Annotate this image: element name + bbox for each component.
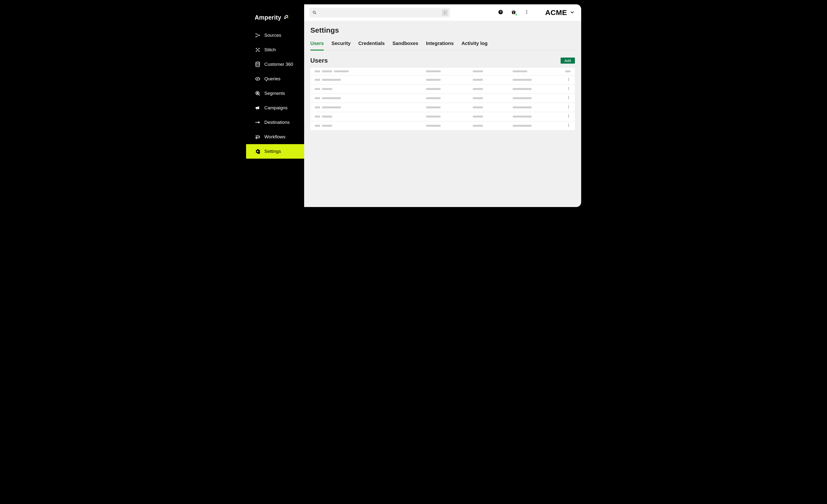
- row-menu-button[interactable]: [560, 114, 571, 119]
- table-cell: [426, 106, 470, 108]
- table-header-row: [310, 68, 575, 75]
- table-cell: [426, 116, 470, 117]
- table-cell: [513, 125, 557, 127]
- search-hotkey-badge: /: [442, 9, 448, 16]
- svg-point-31: [568, 98, 569, 99]
- chevron-down-icon: [570, 8, 575, 17]
- gear-icon: [255, 149, 260, 154]
- help-button[interactable]: [496, 8, 505, 17]
- svg-point-29: [568, 96, 569, 97]
- row-menu-button[interactable]: [560, 105, 571, 110]
- svg-point-28: [568, 89, 569, 90]
- sidebar-item-destinations[interactable]: Destinations: [246, 115, 304, 130]
- more-vertical-icon: [567, 96, 571, 101]
- table-cell: [473, 125, 510, 127]
- sidebar-item-label: Workflows: [264, 134, 286, 140]
- svg-point-16: [501, 13, 501, 13]
- tab-users[interactable]: Users: [310, 41, 324, 51]
- table-row[interactable]: [310, 112, 575, 121]
- table-cell: [513, 79, 557, 81]
- row-menu-button[interactable]: [560, 87, 571, 91]
- add-user-button[interactable]: Add: [561, 58, 575, 64]
- table-cell: [513, 116, 557, 117]
- table-cell: [426, 88, 470, 90]
- sidebar-item-customer360[interactable]: Customer 360: [246, 57, 304, 71]
- users-section-head: Users Add: [310, 57, 575, 64]
- table-cell: [513, 106, 557, 108]
- table-cell: [513, 88, 557, 90]
- whats-new-button[interactable]: [509, 8, 518, 17]
- megaphone-icon: [255, 105, 260, 111]
- sidebar-item-workflows[interactable]: Workflows: [246, 130, 304, 144]
- table-row[interactable]: [310, 94, 575, 103]
- sidebar: Amperity Sources Stitch: [246, 4, 304, 207]
- tab-credentials[interactable]: Credentials: [358, 41, 385, 51]
- sidebar-item-label: Campaigns: [264, 105, 288, 110]
- row-menu-button[interactable]: [560, 123, 571, 128]
- sidebar-item-campaigns[interactable]: Campaigns: [246, 101, 304, 115]
- brand-name: Amperity: [255, 14, 281, 21]
- svg-point-13: [258, 152, 259, 153]
- table-row[interactable]: [310, 85, 575, 94]
- row-menu-button[interactable]: [560, 78, 571, 82]
- table-cell: [315, 106, 424, 108]
- table-row[interactable]: [310, 103, 575, 112]
- table-row[interactable]: [310, 75, 575, 85]
- svg-point-38: [568, 124, 569, 124]
- svg-point-20: [526, 10, 527, 11]
- database-icon: [255, 61, 260, 67]
- svg-point-35: [568, 115, 569, 115]
- svg-point-2: [255, 36, 256, 37]
- tab-integrations[interactable]: Integrations: [426, 41, 454, 51]
- svg-point-15: [498, 10, 503, 14]
- svg-point-22: [526, 13, 527, 14]
- row-menu-button[interactable]: [560, 96, 571, 101]
- search-target-icon: [255, 91, 260, 96]
- sidebar-item-settings[interactable]: Settings: [246, 144, 304, 159]
- svg-point-39: [568, 125, 569, 125]
- svg-point-11: [255, 122, 256, 123]
- table-header-cell: [426, 70, 470, 72]
- svg-point-23: [568, 78, 569, 79]
- tab-security[interactable]: Security: [332, 41, 351, 51]
- table-cell: [426, 97, 470, 99]
- tab-sandboxes[interactable]: Sandboxes: [392, 41, 418, 51]
- workflow-icon: [255, 134, 260, 140]
- table-header-cell: [560, 70, 571, 72]
- svg-point-40: [568, 126, 569, 127]
- svg-point-21: [526, 12, 527, 12]
- table-row[interactable]: [310, 121, 575, 130]
- table-cell: [315, 88, 424, 90]
- search-icon: [312, 10, 317, 15]
- svg-point-1: [255, 33, 256, 34]
- sources-icon: [255, 33, 260, 38]
- svg-point-27: [568, 88, 569, 89]
- notification-dot: [515, 13, 518, 16]
- sidebar-item-sources[interactable]: Sources: [246, 28, 304, 43]
- table-cell: [473, 106, 510, 108]
- search-box[interactable]: /: [309, 8, 450, 17]
- sidebar-item-label: Stitch: [264, 47, 276, 52]
- sidebar-item-stitch[interactable]: Stitch: [246, 43, 304, 57]
- table-cell: [315, 79, 424, 81]
- table-cell: [426, 125, 470, 127]
- sidebar-item-queries[interactable]: Queries: [246, 71, 304, 86]
- sidebar-item-label: Destinations: [264, 120, 290, 125]
- table-cell: [315, 97, 424, 99]
- settings-tabs: Users Security Credentials Sandboxes Int…: [310, 41, 575, 51]
- search-input[interactable]: [319, 11, 440, 15]
- topbar-more-button[interactable]: [522, 8, 531, 17]
- sidebar-item-segments[interactable]: Segments: [246, 86, 304, 101]
- more-vertical-icon: [567, 78, 571, 82]
- tenant-switcher[interactable]: ACME: [545, 8, 575, 17]
- table-cell: [315, 116, 424, 117]
- more-vertical-icon: [524, 10, 529, 15]
- brand: Amperity: [246, 13, 304, 28]
- table-cell: [473, 88, 510, 90]
- more-vertical-icon: [567, 105, 571, 110]
- tab-activity-log[interactable]: Activity log: [461, 41, 488, 51]
- table-cell: [315, 125, 424, 127]
- svg-point-25: [568, 80, 569, 81]
- svg-point-3: [259, 35, 260, 36]
- svg-point-26: [568, 87, 569, 88]
